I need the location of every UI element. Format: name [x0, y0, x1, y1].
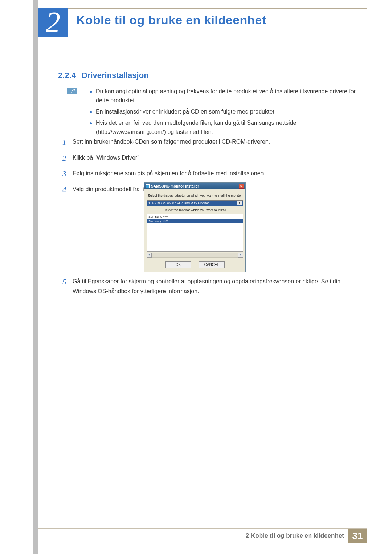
- step-text: Følg instruksjonene som gis på skjermen …: [73, 168, 361, 181]
- scroll-right-icon[interactable]: ►: [238, 253, 243, 258]
- installer-label-monitor: Select the monitor which you want to ins…: [147, 206, 243, 214]
- page-footer: 2 Koble til og bruke en kildeenhet 31: [38, 529, 367, 543]
- steps-list-lower: 5 Gå til Egenskaper for skjerm og kontro…: [62, 276, 361, 297]
- step-item: 3 Følg instruksjonene som gis på skjerme…: [62, 168, 361, 181]
- section-title: Driverinstallasjon: [82, 71, 149, 80]
- bullet-icon: ●: [89, 119, 96, 137]
- scroll-track[interactable]: [152, 253, 238, 258]
- info-bullet: ● Du kan angi optimal oppløsning og frek…: [89, 87, 361, 105]
- header-rule: [38, 8, 367, 9]
- list-item[interactable]: Samsung ****: [147, 214, 243, 219]
- monitor-list[interactable]: Samsung **** Samsung ****: [147, 214, 243, 252]
- chapter-title: Koble til og bruke en kildeenhet: [76, 13, 266, 27]
- page-number: 31: [348, 529, 367, 543]
- step-number: 2: [62, 152, 73, 165]
- list-item[interactable]: Samsung ****: [147, 219, 243, 223]
- adapter-dropdown[interactable]: 1. RADEON 9550 : Plug and Play Monitor ▼: [147, 200, 243, 206]
- section-heading: 2.2.4Driverinstallasjon: [58, 71, 149, 80]
- step-text: Gå til Egenskaper for skjerm og kontroll…: [73, 276, 361, 296]
- chapter-number-badge: 2: [38, 8, 68, 37]
- installer-title: SAMSUNG monitor installer: [151, 184, 239, 188]
- info-bullet: ● Hvis det er en feil ved den medfølgend…: [89, 119, 361, 137]
- step-number: 4: [62, 184, 73, 197]
- adapter-dropdown-value: 1. RADEON 9550 : Plug and Play Monitor: [148, 201, 237, 205]
- step-number: 5: [62, 276, 73, 296]
- close-button[interactable]: ×: [239, 184, 244, 189]
- installer-label-adapter: Select the display adapter on which you …: [147, 192, 243, 200]
- step-item: 5 Gå til Egenskaper for skjerm og kontro…: [62, 276, 361, 296]
- installer-body: Select the display adapter on which you …: [144, 189, 245, 272]
- info-bullet-text: En installasjonsdriver er inkludert på C…: [96, 107, 361, 116]
- info-bullet: ● En installasjonsdriver er inkludert på…: [89, 107, 361, 116]
- step-item: 2 Klikk på "Windows Driver".: [62, 152, 361, 165]
- bullet-icon: ●: [89, 87, 96, 105]
- installer-titlebar: SAMSUNG monitor installer ×: [144, 183, 245, 189]
- step-number: 1: [62, 136, 73, 149]
- info-bullet-list: ● Du kan angi optimal oppløsning og frek…: [89, 87, 361, 139]
- cancel-button[interactable]: CANCEL: [199, 261, 225, 268]
- section-number: 2.2.4: [58, 71, 76, 80]
- horizontal-scrollbar[interactable]: ◄ ►: [147, 253, 243, 258]
- step-number: 3: [62, 168, 73, 181]
- scroll-left-icon[interactable]: ◄: [147, 253, 152, 258]
- bullet-icon: ●: [89, 107, 96, 116]
- left-rail: [33, 0, 38, 554]
- step-text: Sett inn brukerhåndbok-CDen som følger m…: [73, 136, 361, 149]
- installer-button-row: OK CANCEL: [147, 261, 243, 268]
- footer-chapter-label: 2 Koble til og bruke en kildeenhet: [246, 532, 344, 539]
- installer-dialog: SAMSUNG monitor installer × Select the d…: [144, 182, 246, 272]
- step-text: Klikk på "Windows Driver".: [73, 152, 361, 165]
- step-item: 1 Sett inn brukerhåndbok-CDen som følger…: [62, 136, 361, 149]
- ok-button[interactable]: OK: [165, 261, 191, 268]
- chevron-down-icon[interactable]: ▼: [237, 201, 242, 205]
- info-bullet-text: Du kan angi optimal oppløsning og frekve…: [96, 87, 361, 105]
- app-icon: [146, 184, 150, 188]
- info-note-icon: [67, 88, 77, 94]
- info-bullet-text: Hvis det er en feil ved den medfølgende …: [96, 119, 361, 137]
